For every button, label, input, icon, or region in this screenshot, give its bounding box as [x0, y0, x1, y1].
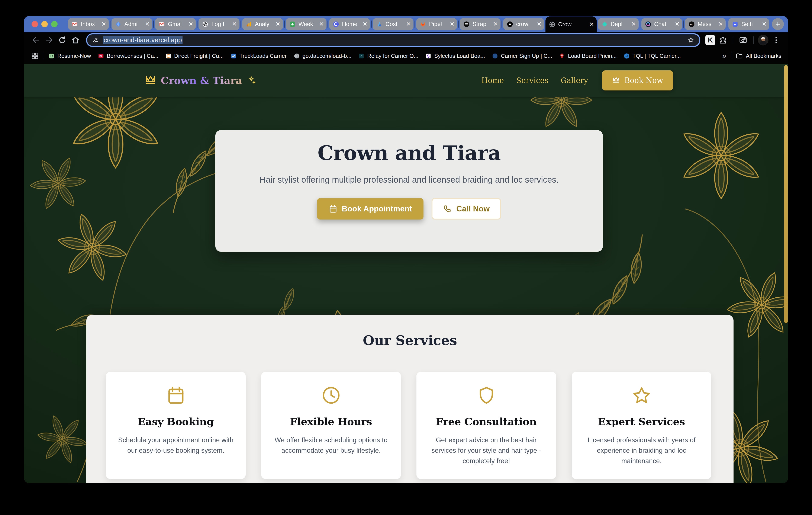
tab-close-icon[interactable]: ✕	[762, 21, 766, 27]
new-tab-button[interactable]: +	[772, 18, 784, 30]
tab-label: Mess	[698, 21, 717, 28]
star-icon	[631, 385, 652, 406]
book-appointment-label: Book Appointment	[342, 205, 412, 213]
reload-button[interactable]	[57, 34, 68, 46]
service-card: Expert ServicesLicensed professionals wi…	[572, 372, 712, 479]
crown-icon	[612, 76, 620, 85]
bookmark-star-icon[interactable]	[687, 36, 695, 44]
browser-tab[interactable]: crow✕	[503, 18, 544, 30]
bookmark-item[interactable]: TruckLoads Carrier	[228, 50, 290, 61]
bookmark-item[interactable]: Relay for Carrier O...	[355, 50, 422, 61]
nav-link-services[interactable]: Services	[516, 76, 548, 85]
address-bar[interactable]: crown-and-tiara.vercel.app	[86, 33, 700, 47]
book-now-button[interactable]: Book Now	[602, 71, 673, 90]
maximize-window-button[interactable]	[51, 21, 58, 27]
tab-separator	[458, 21, 459, 28]
browser-tab[interactable]: Analy✕	[242, 18, 283, 30]
close-window-button[interactable]	[32, 21, 38, 27]
bookmark-item[interactable]: Load Board Pricin...	[556, 50, 619, 61]
bookmark-item[interactable]: Carrier Sign Up | C...	[489, 50, 555, 61]
profile-avatar[interactable]	[758, 35, 768, 46]
tab-label: crow	[516, 21, 535, 28]
forward-button[interactable]	[44, 34, 55, 46]
call-now-button[interactable]: Call Now	[432, 198, 501, 219]
bookmark-item[interactable]: Direct Freight | Cu...	[162, 50, 227, 61]
tab-close-icon[interactable]: ✕	[102, 21, 107, 27]
site-header: Crown & Tiara HomeServicesGallery Book N…	[24, 64, 788, 97]
search-tabs-icon[interactable]	[737, 34, 749, 46]
clock-icon	[321, 385, 341, 406]
browser-tab[interactable]: Strap✕	[460, 18, 500, 30]
browser-tab[interactable]: upMess✕	[685, 18, 726, 30]
vercel-favicon	[506, 21, 513, 28]
tab-close-icon[interactable]: ✕	[276, 21, 281, 27]
tab-close-icon[interactable]: ✕	[319, 21, 324, 27]
tab-close-icon[interactable]: ✕	[718, 21, 723, 27]
tab-close-icon[interactable]: ✕	[675, 21, 679, 27]
back-button[interactable]	[30, 34, 41, 46]
browser-tab[interactable]: Pipel✕	[416, 18, 457, 30]
gem-favicon	[115, 21, 121, 28]
tab-close-icon[interactable]: ✕	[450, 21, 455, 27]
k-extension-icon[interactable]: K	[705, 35, 715, 45]
bookmark-label: Direct Freight | Cu...	[174, 53, 224, 59]
bookmarks-overflow-chevron[interactable]: »	[719, 51, 729, 60]
bookmark-item[interactable]: go.dat.com/load-b...	[291, 50, 355, 61]
browser-tab[interactable]: Admi✕	[112, 18, 152, 30]
browser-tab[interactable]: Crow✕	[546, 17, 597, 32]
all-bookmarks-button[interactable]: All Bookmarks	[734, 52, 783, 59]
tab-close-icon[interactable]: ✕	[145, 21, 150, 27]
bookmark-item[interactable]: Sylectus Load Boa...	[422, 50, 488, 61]
tab-label: Admi	[124, 21, 143, 28]
bookmark-item[interactable]: Resume-Now	[46, 50, 94, 61]
browser-tab[interactable]: Inbox✕	[68, 18, 109, 30]
browser-tab[interactable]: Log I✕	[199, 18, 239, 30]
book-now-label: Book Now	[625, 76, 663, 85]
browser-toolbar: crown-and-tiara.vercel.app K	[24, 32, 788, 48]
url-selected-text[interactable]: crown-and-tiara.vercel.app	[103, 36, 182, 44]
tab-close-icon[interactable]: ✕	[188, 21, 194, 27]
services-section: Our Services Easy BookingSchedule your a…	[86, 315, 733, 483]
tab-close-icon[interactable]: ✕	[589, 22, 594, 27]
service-card: Easy BookingSchedule your appointment on…	[106, 372, 245, 479]
tab-separator	[327, 21, 328, 28]
service-card-row: Easy BookingSchedule your appointment on…	[106, 372, 712, 479]
url-text[interactable]: crown-and-tiara.vercel.app	[103, 36, 182, 44]
browser-tab[interactable]: Cost✕	[373, 18, 413, 30]
browser-tab[interactable]: Chat✕	[641, 18, 682, 30]
site-logo[interactable]: Crown & Tiara	[145, 75, 257, 86]
tab-label: Home	[342, 21, 361, 28]
extensions-puzzle-icon[interactable]	[717, 34, 728, 46]
tab-close-icon[interactable]: ✕	[406, 21, 411, 27]
tab-close-icon[interactable]: ✕	[232, 21, 237, 27]
tab-close-icon[interactable]: ✕	[631, 21, 636, 27]
browser-tab[interactable]: Gmai✕	[155, 18, 196, 30]
nav-link-gallery[interactable]: Gallery	[561, 76, 588, 85]
browser-tab[interactable]: Home✕	[329, 18, 370, 30]
sheets-favicon	[289, 21, 296, 28]
tab-label: Log I	[211, 21, 230, 28]
bookmark-item[interactable]: TQL | TQL Carrier...	[620, 50, 684, 61]
nav-link-home[interactable]: Home	[482, 76, 504, 85]
apps-grid-icon[interactable]	[29, 50, 40, 61]
browser-tab[interactable]: Depl✕	[598, 18, 639, 30]
tab-close-icon[interactable]: ✕	[537, 21, 542, 27]
tab-close-icon[interactable]: ✕	[493, 21, 498, 27]
bookmark-label: Resume-Now	[57, 53, 91, 59]
tab-close-icon[interactable]: ✕	[362, 21, 368, 27]
tql-favicon	[624, 53, 630, 59]
bookmarks-bar: Resume-NowBLBorrowLenses | Ca...Direct F…	[24, 48, 788, 64]
copilot-favicon	[645, 21, 651, 28]
gmail-favicon	[71, 21, 78, 28]
page-scrollbar-thumb[interactable]	[784, 65, 788, 323]
home-button[interactable]	[70, 34, 81, 46]
bookmark-item[interactable]: BLBorrowLenses | Ca...	[95, 50, 162, 61]
minimize-window-button[interactable]	[41, 21, 48, 27]
tab-separator	[501, 21, 502, 28]
browser-menu-kebab-icon[interactable]	[771, 34, 782, 46]
book-appointment-button[interactable]: Book Appointment	[317, 198, 424, 219]
site-settings-icon[interactable]	[92, 36, 99, 44]
sparkle-icon	[246, 75, 257, 85]
browser-tab[interactable]: Week✕	[286, 18, 326, 30]
browser-tab[interactable]: Setti✕	[728, 18, 769, 30]
